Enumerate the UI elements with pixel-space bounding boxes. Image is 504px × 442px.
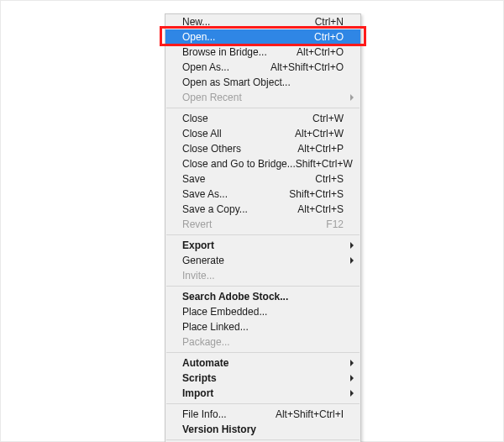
menu-item-label: Open As... xyxy=(182,60,229,75)
menu-item-generate[interactable]: Generate xyxy=(165,253,360,268)
file-menu[interactable]: New...Ctrl+NOpen...Ctrl+OBrowse in Bridg… xyxy=(165,13,361,442)
menu-separator xyxy=(166,234,360,235)
menu-item-label: Search Adobe Stock... xyxy=(182,289,288,304)
menu-item-label: New... xyxy=(182,14,210,29)
menu-item-label: Import xyxy=(182,386,213,401)
menu-item-open-as-smart-object[interactable]: Open as Smart Object... xyxy=(165,75,360,90)
menu-item-label: Generate xyxy=(182,253,224,268)
menu-item-label: Close and Go to Bridge... xyxy=(182,156,296,171)
menu-item-label: Version History xyxy=(182,422,256,437)
menu-item-label: Close Others xyxy=(182,141,241,156)
menu-item-browse-in-bridge[interactable]: Browse in Bridge...Alt+Ctrl+O xyxy=(165,45,360,60)
menu-item-shortcut: Ctrl+O xyxy=(314,29,344,45)
menu-item-export[interactable]: Export xyxy=(165,238,360,253)
menu-item-shortcut: F12 xyxy=(326,217,344,232)
menu-item-open-recent: Open Recent xyxy=(165,90,360,105)
menu-item-label: Automate xyxy=(182,355,228,371)
menu-item-label: Export xyxy=(182,238,214,253)
menu-item-open-as[interactable]: Open As...Alt+Shift+Ctrl+O xyxy=(165,60,360,75)
menu-separator xyxy=(166,108,360,108)
menu-item-label: Open... xyxy=(182,29,215,45)
menu-item-close[interactable]: CloseCtrl+W xyxy=(165,111,360,126)
screenshot-frame: New...Ctrl+NOpen...Ctrl+OBrowse in Bridg… xyxy=(0,0,504,442)
menu-separator xyxy=(166,403,360,404)
menu-item-automate[interactable]: Automate xyxy=(165,355,360,371)
menu-item-save-a-copy[interactable]: Save a Copy...Alt+Ctrl+S xyxy=(165,202,360,217)
menu-item-label: Open Recent xyxy=(182,90,242,105)
menu-separator xyxy=(166,352,360,353)
menu-item-label: Scripts xyxy=(182,371,217,386)
menu-item-label: Place Linked... xyxy=(182,319,249,334)
menu-item-scripts[interactable]: Scripts xyxy=(165,371,360,386)
menu-separator xyxy=(166,286,360,287)
menu-item-label: File Info... xyxy=(182,407,227,422)
menu-item-place-embedded[interactable]: Place Embedded... xyxy=(165,304,360,319)
menu-item-new[interactable]: New...Ctrl+N xyxy=(165,14,360,29)
menu-item-label: Save a Copy... xyxy=(182,202,248,217)
menu-item-label: Save xyxy=(182,171,205,187)
menu-item-label: Close xyxy=(182,111,208,126)
menu-item-save[interactable]: SaveCtrl+S xyxy=(165,171,360,187)
menu-item-save-as[interactable]: Save As...Shift+Ctrl+S xyxy=(165,187,360,202)
menu-item-revert: RevertF12 xyxy=(165,217,360,232)
menu-item-close-all[interactable]: Close AllAlt+Ctrl+W xyxy=(165,126,360,141)
menu-item-shortcut: Shift+Ctrl+S xyxy=(289,187,344,202)
menu-item-version-history[interactable]: Version History xyxy=(165,422,360,437)
menu-item-label: Place Embedded... xyxy=(182,304,267,319)
menu-item-file-info[interactable]: File Info...Alt+Shift+Ctrl+I xyxy=(165,407,360,422)
menu-item-shortcut: Alt+Shift+Ctrl+O xyxy=(270,60,344,75)
menu-item-shortcut: Ctrl+W xyxy=(312,111,344,126)
menu-item-shortcut: Alt+Ctrl+W xyxy=(295,126,344,141)
menu-item-label: Package... xyxy=(182,334,230,350)
menu-item-search-adobe-stock[interactable]: Search Adobe Stock... xyxy=(165,289,360,304)
menu-item-label: Revert xyxy=(182,217,212,232)
menu-item-shortcut: Shift+Ctrl+W xyxy=(296,156,353,171)
menu-item-shortcut: Ctrl+N xyxy=(315,14,344,29)
menu-separator xyxy=(166,439,360,440)
menu-item-import[interactable]: Import xyxy=(165,386,360,401)
menu-item-label: Browse in Bridge... xyxy=(182,45,267,60)
menu-item-label: Save As... xyxy=(182,187,228,202)
menu-item-shortcut: Alt+Ctrl+P xyxy=(297,141,344,156)
menu-item-label: Open as Smart Object... xyxy=(182,75,291,90)
menu-item-invite: Invite... xyxy=(165,268,360,283)
menu-item-open[interactable]: Open...Ctrl+O xyxy=(165,29,360,45)
menu-item-shortcut: Alt+Ctrl+O xyxy=(297,45,344,60)
menu-item-close-others[interactable]: Close OthersAlt+Ctrl+P xyxy=(165,141,360,156)
menu-item-package: Package... xyxy=(165,334,360,350)
menu-item-label: Invite... xyxy=(182,268,215,283)
menu-item-label: Close All xyxy=(182,126,222,141)
menu-item-shortcut: Alt+Ctrl+S xyxy=(297,202,344,217)
menu-item-place-linked[interactable]: Place Linked... xyxy=(165,319,360,334)
menu-item-shortcut: Ctrl+S xyxy=(315,171,344,187)
menu-item-shortcut: Alt+Shift+Ctrl+I xyxy=(276,407,344,422)
menu-item-close-and-go-to-bridge[interactable]: Close and Go to Bridge...Shift+Ctrl+W xyxy=(165,156,360,171)
